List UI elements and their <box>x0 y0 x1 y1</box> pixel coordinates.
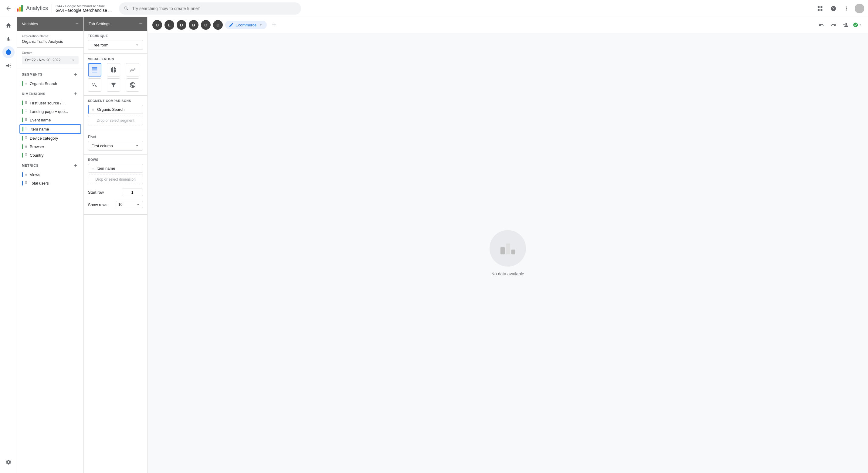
dimension-item-browser[interactable]: ⠿ Browser <box>17 142 84 151</box>
no-data-chart-icon <box>498 239 518 258</box>
tab-user-C2[interactable]: C <box>213 20 223 30</box>
segment-item-organic-search[interactable]: ⠿ Organic Search <box>17 79 84 88</box>
dimension-item-device-category[interactable]: ⠿ Device category <box>17 134 84 142</box>
save-status-button[interactable] <box>852 20 863 30</box>
dim-color-indicator <box>22 117 23 122</box>
dimension-name: Browser <box>30 145 44 149</box>
help-icon-btn[interactable] <box>828 3 839 14</box>
pivot-dropdown[interactable]: First column <box>88 141 143 151</box>
search-input[interactable] <box>132 6 296 11</box>
pivot-section: Pivot First column <box>84 131 147 154</box>
metric-item-total-users[interactable]: ⠿ Total users <box>17 179 84 187</box>
metric-item-views[interactable]: ⠿ Views <box>17 170 84 179</box>
tab-user-C1[interactable]: C <box>201 20 211 30</box>
viz-line-btn[interactable] <box>126 63 139 77</box>
redo-button[interactable] <box>828 20 839 30</box>
search-bar[interactable] <box>119 2 301 14</box>
chevron-down-icon <box>135 143 140 148</box>
drag-handle-icon: ⠿ <box>25 136 27 140</box>
svg-rect-9 <box>506 243 510 255</box>
segment-comparison-tag[interactable]: ⠿ Organic Search <box>88 105 143 114</box>
no-data-icon <box>490 230 526 267</box>
more-icon-btn[interactable] <box>841 3 852 14</box>
viz-funnel-btn[interactable] <box>107 78 120 92</box>
drag-handle-icon: ⠿ <box>25 172 27 177</box>
nav-reports[interactable] <box>2 33 14 45</box>
drag-handle-icon: ⠿ <box>25 101 27 105</box>
viz-map-btn[interactable] <box>126 78 139 92</box>
dimension-name: Country <box>30 153 44 157</box>
nav-settings[interactable] <box>2 456 14 468</box>
add-tab-button[interactable] <box>269 20 279 30</box>
no-data-text: No data available <box>491 271 524 276</box>
pivot-value: First column <box>91 144 113 148</box>
tab-ecommerce[interactable]: Ecommerce <box>225 21 267 29</box>
dim-color-indicator <box>23 127 23 131</box>
viz-donut-btn[interactable] <box>107 63 120 77</box>
add-user-button[interactable] <box>840 20 851 30</box>
add-metric-button[interactable] <box>72 162 79 169</box>
dimension-item-first-user-source[interactable]: ⠿ First user source / ... <box>17 99 84 107</box>
variables-panel-minimize[interactable]: − <box>75 21 79 27</box>
metric-color-indicator <box>22 172 23 177</box>
main-layout: Variables − Exploration Name: Organic Tr… <box>0 17 868 473</box>
tab-bar-right <box>816 20 863 30</box>
show-rows-label: Show rows <box>88 203 107 207</box>
main-content: O L D B C C Ecommerce <box>148 17 868 473</box>
nav-home[interactable] <box>2 20 14 32</box>
metric-name: Total users <box>30 181 49 185</box>
dimension-item-country[interactable]: ⠿ Country <box>17 151 84 159</box>
tab-user-L[interactable]: L <box>164 20 174 30</box>
drop-dimension-zone[interactable]: Drop or select dimension <box>88 175 143 184</box>
drag-handle-icon: ⠿ <box>25 118 27 122</box>
dim-color-indicator <box>22 109 23 114</box>
rows-item-tag[interactable]: ⠿ Item name <box>88 164 143 173</box>
date-section: Custom Oct 22 - Nov 20, 2022 <box>17 48 84 68</box>
drag-handle-icon: ⠿ <box>92 108 95 112</box>
show-rows-setting: Show rows 10 <box>88 199 143 211</box>
user-avatar[interactable] <box>855 4 864 13</box>
dimension-item-event-name[interactable]: ⠿ Event name <box>17 116 84 124</box>
drag-handle-icon: ⠿ <box>25 109 27 114</box>
back-button[interactable] <box>4 4 13 13</box>
nav-advertising[interactable] <box>2 60 14 72</box>
grid-icon-btn[interactable] <box>814 3 826 14</box>
date-range-value: Oct 22 - Nov 20, 2022 <box>25 58 60 62</box>
page-title: GA4 - Google Merchandise ... <box>56 8 112 13</box>
viz-table-btn[interactable] <box>88 63 101 77</box>
tab-ecommerce-label: Ecommerce <box>236 23 256 27</box>
dimensions-section-header: DIMENSIONS <box>17 88 84 99</box>
dimensions-label: DIMENSIONS <box>22 92 45 96</box>
svg-point-4 <box>94 84 95 85</box>
technique-value: Free form <box>91 43 108 47</box>
rows-section: ROWS ⠿ Item name Drop or select dimensio… <box>84 154 147 215</box>
logo: Analytics <box>16 4 48 13</box>
viz-scatter-btn[interactable] <box>88 78 101 92</box>
segments-label: SEGMENTS <box>22 72 42 76</box>
undo-button[interactable] <box>816 20 827 30</box>
exploration-name-section: Exploration Name: Organic Traffic Analys… <box>17 31 84 48</box>
segment-comparisons-label: SEGMENT COMPARISONS <box>88 99 143 102</box>
drag-handle-icon: ⠿ <box>25 127 28 131</box>
metric-name: Views <box>30 172 40 177</box>
start-row-setting: Start row <box>88 186 143 199</box>
drop-segment-zone[interactable]: Drop or select segment <box>88 116 143 125</box>
edit-icon <box>229 23 234 27</box>
tab-user-O[interactable]: O <box>152 20 162 30</box>
dimension-item-item-name[interactable]: ⠿ Item name <box>20 124 81 134</box>
start-row-input[interactable] <box>122 188 143 196</box>
funnel-icon <box>110 82 117 88</box>
add-dimension-button[interactable] <box>72 91 79 97</box>
tab-user-B[interactable]: B <box>189 20 198 30</box>
show-rows-dropdown[interactable]: 10 <box>116 201 143 208</box>
tab-user-D[interactable]: D <box>177 20 186 30</box>
nav-explore[interactable] <box>2 46 14 58</box>
date-range-picker[interactable]: Oct 22 - Nov 20, 2022 <box>22 56 79 64</box>
technique-dropdown[interactable]: Free form <box>88 40 143 50</box>
rows-label: ROWS <box>88 158 143 161</box>
map-icon <box>129 82 136 88</box>
top-bar: Analytics GA4 - Google Merchandise Store… <box>0 0 868 17</box>
tab-settings-minimize[interactable]: − <box>139 21 142 27</box>
dimension-item-landing-page[interactable]: ⠿ Landing page + que... <box>17 107 84 116</box>
add-segment-button[interactable] <box>72 71 79 78</box>
